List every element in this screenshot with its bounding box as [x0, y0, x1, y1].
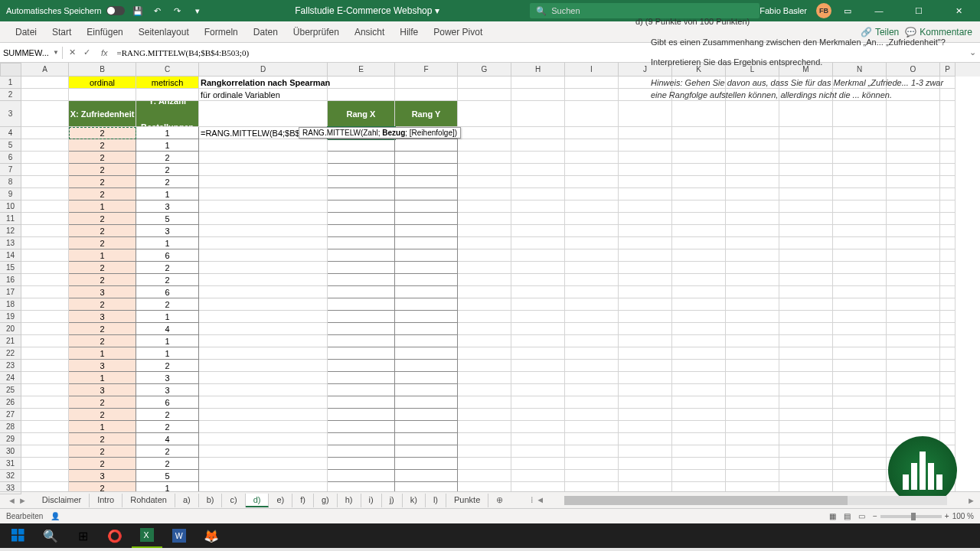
col-header-F[interactable]: F — [395, 63, 458, 77]
cell-K16[interactable] — [672, 274, 726, 286]
sheet-tab-f)[interactable]: f) — [292, 494, 314, 507]
cell-H21[interactable] — [511, 335, 565, 347]
cell-A6[interactable] — [21, 152, 69, 164]
row-header-12[interactable]: 12 — [0, 225, 21, 237]
cell-M7[interactable] — [779, 164, 833, 176]
cell-O5[interactable] — [887, 139, 940, 152]
cell-M22[interactable] — [779, 347, 833, 360]
col-header-E[interactable]: E — [328, 63, 395, 77]
cell-J14[interactable] — [619, 249, 672, 262]
cell-I18[interactable] — [565, 298, 619, 311]
cell-H19[interactable] — [511, 311, 565, 323]
cell-K30[interactable] — [672, 445, 726, 458]
cell-J27[interactable] — [619, 409, 672, 421]
view-normal-icon[interactable]: ▦ — [829, 512, 836, 520]
save-icon[interactable]: 💾 — [131, 4, 145, 18]
cell-F18[interactable] — [395, 298, 458, 311]
cell-B1[interactable]: ordinal — [69, 77, 136, 89]
cell-H9[interactable] — [511, 188, 565, 201]
cell-A19[interactable] — [21, 311, 69, 323]
cell-I12[interactable] — [565, 225, 619, 237]
cell-L25[interactable] — [726, 384, 779, 396]
cell-L29[interactable] — [726, 433, 779, 445]
cell-D2[interactable]: für ordinale Variablen — [199, 89, 328, 101]
cell-L32[interactable] — [726, 470, 779, 482]
cell-O14[interactable] — [887, 249, 940, 262]
cell-I17[interactable] — [565, 286, 619, 298]
cell-K15[interactable] — [672, 262, 726, 274]
cell-I30[interactable] — [565, 445, 619, 458]
cell-J12[interactable] — [619, 225, 672, 237]
cell-L22[interactable] — [726, 347, 779, 360]
cell-B9[interactable]: 2 — [69, 188, 136, 201]
cell-O7[interactable] — [887, 164, 940, 176]
cell-H32[interactable] — [511, 470, 565, 482]
sheet-tab-i)[interactable]: i) — [361, 494, 382, 507]
cell-K29[interactable] — [672, 433, 726, 445]
cell-N33[interactable] — [833, 482, 887, 491]
cell-J18[interactable] — [619, 298, 672, 311]
cell-G16[interactable] — [458, 274, 511, 286]
cell-B19[interactable]: 3 — [69, 311, 136, 323]
cell-N22[interactable] — [833, 347, 887, 360]
cell-I2[interactable] — [565, 89, 619, 101]
cell-E16[interactable] — [328, 274, 395, 286]
cell-N30[interactable] — [833, 445, 887, 458]
cell-C7[interactable]: 2 — [136, 164, 199, 176]
row-header-4[interactable]: 4 — [0, 127, 21, 139]
taskview-icon[interactable]: ⊞ — [67, 523, 98, 548]
cell-E9[interactable] — [328, 188, 395, 201]
row-header-17[interactable]: 17 — [0, 286, 21, 298]
cell-K10[interactable] — [672, 201, 726, 213]
cell-A10[interactable] — [21, 201, 69, 213]
cell-C27[interactable]: 2 — [136, 409, 199, 421]
cell-I15[interactable] — [565, 262, 619, 274]
app-icon-1[interactable]: ⭕ — [100, 523, 130, 548]
cell-E13[interactable] — [328, 237, 395, 249]
cell-J10[interactable] — [619, 201, 672, 213]
cell-I24[interactable] — [565, 372, 619, 384]
sheet-tab-a)[interactable]: a) — [175, 494, 199, 507]
cell-I23[interactable] — [565, 360, 619, 372]
cell-K6[interactable] — [672, 152, 726, 164]
cell-F3[interactable]: Rang Y — [395, 101, 458, 127]
cell-I25[interactable] — [565, 384, 619, 396]
cell-A31[interactable] — [21, 458, 69, 470]
cell-M10[interactable] — [779, 201, 833, 213]
cell-H12[interactable] — [511, 225, 565, 237]
cell-E29[interactable] — [328, 433, 395, 445]
row-header-25[interactable]: 25 — [0, 384, 21, 396]
cell-K23[interactable] — [672, 360, 726, 372]
cell-I22[interactable] — [565, 347, 619, 360]
row-header-8[interactable]: 8 — [0, 176, 21, 188]
row-header-21[interactable]: 21 — [0, 335, 21, 347]
cell-H3[interactable] — [511, 101, 565, 127]
sheet-tab-l)[interactable]: l) — [426, 494, 446, 507]
cell-M15[interactable] — [779, 262, 833, 274]
cell-G5[interactable] — [458, 139, 511, 152]
cell-C11[interactable]: 5 — [136, 213, 199, 225]
cell-H7[interactable] — [511, 164, 565, 176]
cell-L15[interactable] — [726, 262, 779, 274]
cell-O9[interactable] — [887, 188, 940, 201]
cell-O17[interactable] — [887, 286, 940, 298]
cell-N20[interactable] — [833, 323, 887, 335]
cell-G20[interactable] — [458, 323, 511, 335]
cell-A9[interactable] — [21, 188, 69, 201]
cell-A32[interactable] — [21, 470, 69, 482]
cell-L24[interactable] — [726, 372, 779, 384]
cell-H30[interactable] — [511, 445, 565, 458]
cell-D1[interactable]: Rangkorrelation nach Spearman — [199, 77, 328, 89]
cell-M13[interactable] — [779, 237, 833, 249]
cell-D14[interactable] — [199, 249, 328, 262]
cell-N11[interactable] — [833, 213, 887, 225]
cell-K4[interactable] — [672, 127, 726, 139]
cell-I27[interactable] — [565, 409, 619, 421]
col-header-B[interactable]: B — [69, 63, 136, 77]
cell-J5[interactable] — [619, 139, 672, 152]
zoom-control[interactable]: −+ 100 % — [873, 512, 974, 520]
cell-G13[interactable] — [458, 237, 511, 249]
cell-I20[interactable] — [565, 323, 619, 335]
cell-H8[interactable] — [511, 176, 565, 188]
cell-N28[interactable] — [833, 421, 887, 433]
